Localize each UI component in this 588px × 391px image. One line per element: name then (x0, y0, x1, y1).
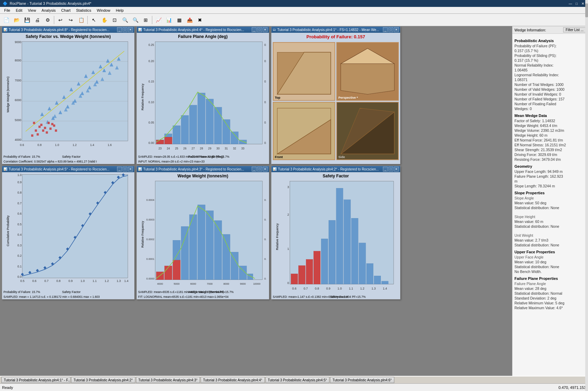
svg-text:0.7: 0.7 (44, 279, 48, 282)
status-coords: 0.470, 4971.153 (558, 385, 586, 390)
mdi-controls-3[interactable]: _ □ ✕ (383, 27, 399, 32)
maximize-btn[interactable]: □ (574, 1, 579, 6)
menu-bar: File Edit View Analysis Chart Statistics… (0, 7, 588, 14)
mdi-close-3[interactable]: ✕ (394, 27, 399, 32)
svg-text:0.15: 0.15 (264, 80, 266, 83)
save-btn[interactable]: 💾 (22, 15, 32, 25)
svg-text:24: 24 (167, 146, 170, 150)
zoom-out-btn[interactable]: 🔍 (131, 15, 140, 25)
mdi-titlebar-2: 📊 Tutorial 3 Probabilistic Analysis.pln4… (137, 27, 269, 33)
chart-area-5: Relative Frequency 0.0000 0.0001 0.0002 … (139, 179, 266, 290)
export-btn[interactable]: 📤 (185, 15, 194, 25)
svg-text:0.00: 0.00 (264, 141, 266, 145)
mdi-close-5[interactable]: ✕ (263, 167, 268, 172)
mdi-controls-5[interactable]: _ □ ✕ (252, 167, 268, 172)
svg-text:0.0004: 0.0004 (264, 198, 266, 202)
mdi-close-1[interactable]: ✕ (128, 27, 133, 32)
hist1-svg: 0.00 0.05 0.10 0.15 0.20 0.25 0.00 0.05 … (146, 40, 266, 154)
mdi-max-3[interactable]: □ (388, 27, 393, 32)
mdi-min-1[interactable]: _ (117, 27, 122, 32)
svg-text:23: 23 (158, 146, 162, 150)
settings-btn[interactable]: ⚙ (43, 15, 52, 25)
mdi-max-5[interactable]: □ (257, 167, 262, 172)
minimize-btn[interactable]: — (568, 1, 573, 6)
mdi-titlebar-5: 📊 Tutorial 3 Probabilistic Analysis.pln4… (137, 166, 269, 172)
chart-scatter: Safety Factor vs. Wedge Weight (tonnes/m… (2, 33, 134, 164)
chart-icon-5: 📊 (138, 167, 142, 171)
mdi-close-4[interactable]: ✕ (128, 167, 133, 172)
new-btn[interactable]: 📄 (1, 15, 11, 25)
mdi-max-2[interactable]: □ (257, 27, 262, 32)
mdi-min-4[interactable]: _ (117, 167, 122, 172)
window-title-3: Tutorial 3 Probabilistic Analysis.pln4:1… (277, 28, 383, 32)
menu-help[interactable]: Help (113, 8, 126, 13)
rp-pof: Probability of Failure (PF): (514, 44, 586, 48)
window-content-4: Cumulative Probability 0.0 0.1 0.2 0.3 0… (2, 172, 134, 299)
taskbar-item-2[interactable]: Tutorial 3 Probabilistic Analysis.pln4:2… (71, 377, 135, 383)
select-btn[interactable]: ↖ (89, 15, 99, 25)
mdi-min-2[interactable]: _ (252, 27, 257, 32)
svg-rect-80 (198, 93, 205, 144)
chart-line-btn[interactable]: 📈 (154, 15, 163, 25)
mdi-min-5[interactable]: _ (252, 167, 257, 172)
mdi-max-4[interactable]: □ (123, 167, 127, 172)
taskbar-item-5[interactable]: Tutorial 3 Probabilistic Analysis.pln4:5… (266, 377, 330, 383)
mdi-controls-4[interactable]: _ □ ✕ (117, 167, 133, 172)
zoom-box-btn[interactable]: ⊡ (110, 15, 119, 25)
window-histogram1: 📊 Tutorial 3 Probabilistic Analysis.pln4… (136, 26, 269, 164)
chart-hist3: Safety Factor Relative Frequency 0 1 2 (271, 172, 400, 299)
menu-statistics[interactable]: Statistics (73, 8, 94, 13)
svg-text:0.2: 0.2 (17, 254, 21, 257)
mdi-controls-6[interactable]: _ □ ✕ (383, 167, 399, 172)
mdi-controls-1[interactable]: _ □ ✕ (117, 27, 133, 32)
svg-rect-59 (49, 128, 51, 130)
taskbar-item-6[interactable]: Tutorial 3 Probabilistic Analysis.pln4:6… (330, 377, 394, 383)
menu-analysis[interactable]: Analysis (39, 8, 58, 13)
svg-text:0.8: 0.8 (38, 143, 42, 146)
menu-file[interactable]: File (1, 8, 13, 13)
menu-chart[interactable]: Chart (58, 8, 73, 13)
mdi-controls-2[interactable]: _ □ ✕ (252, 27, 268, 32)
undo-btn[interactable]: ↩ (56, 15, 65, 25)
taskbar-item-1[interactable]: Tutorial 3 Probabilistic Analysis.pln4:1… (1, 377, 70, 383)
close-btn[interactable]: ✕ (580, 1, 585, 6)
rp-slope-angle-val: Mean value: 50 deg (514, 201, 586, 205)
open-btn[interactable]: 📂 (12, 15, 21, 25)
svg-text:25: 25 (175, 146, 178, 150)
svg-text:0.15: 0.15 (148, 80, 154, 83)
zoom-in-btn[interactable]: 🔍 (120, 15, 130, 25)
svg-text:1.2: 1.2 (360, 286, 364, 290)
mdi-min-6[interactable]: _ (383, 167, 388, 172)
mdi-close-6[interactable]: ✕ (394, 167, 399, 172)
svg-text:28: 28 (200, 146, 203, 150)
right-panel-scrollbar[interactable] (585, 26, 588, 376)
menu-window[interactable]: Window (94, 8, 113, 13)
chart-bar-btn[interactable]: 📊 (164, 15, 174, 25)
chart-title-1: Safety Factor vs. Wedge Weight (tonnes/m… (2, 33, 134, 40)
top-view-svg (273, 43, 335, 100)
mdi-max-1[interactable]: □ (123, 27, 127, 32)
chart-footer-1b: Correlation Coefficient: 0.582547 alpha … (2, 159, 134, 164)
svg-text:0.20: 0.20 (264, 59, 266, 63)
menu-view[interactable]: View (25, 8, 39, 13)
side-view-label: Side (338, 155, 345, 159)
mdi-max-6[interactable]: □ (388, 167, 393, 172)
filter-list-btn[interactable]: Filter List ... (563, 27, 586, 32)
pan-btn[interactable]: ✋ (99, 15, 109, 25)
redo-btn[interactable]: ↪ (66, 15, 76, 25)
chart-hist-btn[interactable]: ▦ (174, 15, 184, 25)
title-bar-controls[interactable]: — □ ✕ (568, 1, 585, 6)
taskbar-item-4[interactable]: Tutorial 3 Probabilistic Analysis.pln4:4… (201, 377, 265, 383)
mdi-close-2[interactable]: ✕ (263, 27, 268, 32)
mdi-min-3[interactable]: _ (383, 27, 388, 32)
menu-edit[interactable]: Edit (13, 8, 25, 13)
svg-text:7000: 7000 (207, 282, 213, 285)
taskbar-item-3[interactable]: Tutorial 3 Probabilistic Analysis.pln4:3… (136, 377, 200, 383)
copy-btn[interactable]: 📋 (76, 15, 86, 25)
zoom-all-btn[interactable]: ⊞ (141, 15, 151, 25)
close-chart-btn[interactable]: ✖ (195, 15, 205, 25)
svg-rect-189 (344, 200, 351, 284)
print-btn[interactable]: 🖨 (32, 15, 42, 25)
svg-text:1: 1 (287, 247, 289, 251)
svg-text:9000: 9000 (240, 282, 246, 285)
